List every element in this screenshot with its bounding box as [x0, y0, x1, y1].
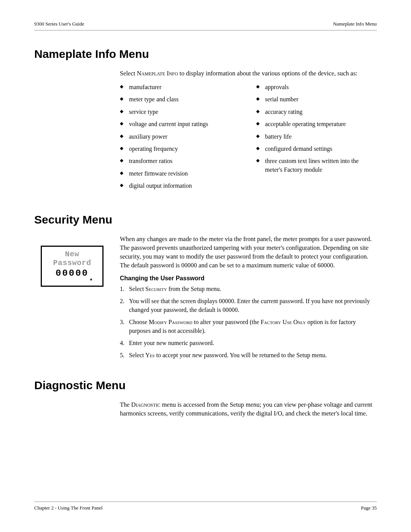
- step-item: Select Yes to accept your new password. …: [120, 351, 377, 359]
- list-item: manufacturer: [120, 83, 241, 91]
- list-item: battery life: [256, 133, 377, 141]
- page-header: 9300 Series User's Guide Nameplate Info …: [34, 21, 377, 30]
- footer-left: Chapter 2 - Using The Front Panel: [34, 505, 103, 511]
- nameplate-intro: Select Nameplate Info to display informa…: [120, 69, 377, 78]
- step-item: Choose Modify Password to alter your pas…: [120, 318, 377, 335]
- list-item: digital output information: [120, 182, 241, 190]
- step-item: Select Security from the Setup menu.: [120, 285, 377, 293]
- section-security: Security Menu When any changes are made …: [34, 213, 377, 360]
- subheading-change-password: Changing the User Password: [120, 275, 377, 282]
- list-item: approvals: [256, 83, 377, 91]
- list-item: accuracy rating: [256, 108, 377, 116]
- list-item: configured demand settings: [256, 145, 377, 153]
- list-item: operating frequency: [120, 145, 241, 153]
- list-item: acceptable operating temperature: [256, 120, 377, 128]
- password-steps: Select Security from the Setup menu. You…: [120, 285, 377, 360]
- section-nameplate: Nameplate Info Menu Select Nameplate Inf…: [34, 48, 377, 194]
- list-item: service type: [120, 108, 241, 116]
- step-item: Enter your new numeric password.: [120, 339, 377, 347]
- security-para: When any changes are made to the meter v…: [120, 235, 377, 270]
- step-item: You will see that the screen displays 00…: [120, 297, 377, 314]
- section-diagnostic: Diagnostic Menu The Diagnostic menu is a…: [34, 379, 377, 418]
- page-footer: Chapter 2 - Using The Front Panel Page 3…: [34, 502, 377, 511]
- footer-right: Page 35: [361, 505, 377, 511]
- list-item: transformer ratios: [120, 157, 241, 165]
- heading-security: Security Menu: [34, 213, 377, 226]
- list-item: meter firmware revision: [120, 169, 241, 178]
- list-item: three custom text lines written into the…: [256, 157, 377, 174]
- header-left: 9300 Series User's Guide: [34, 21, 84, 27]
- header-right: Nameplate Info Menu: [333, 21, 377, 27]
- document-page: 9300 Series User's Guide Nameplate Info …: [0, 0, 411, 532]
- list-item: serial number: [256, 95, 377, 104]
- list-item: meter type and class: [120, 95, 241, 104]
- nameplate-columns: manufacturer meter type and class servic…: [120, 83, 377, 194]
- diagnostic-para: The Diagnostic menu is accessed from the…: [120, 400, 377, 418]
- list-item: auxiliary power: [120, 133, 241, 141]
- list-item: voltage and current input ratings: [120, 120, 241, 128]
- heading-diagnostic: Diagnostic Menu: [34, 379, 377, 392]
- heading-nameplate: Nameplate Info Menu: [34, 48, 377, 61]
- nameplate-list-left: manufacturer meter type and class servic…: [120, 83, 241, 194]
- nameplate-list-right: approvals serial number accuracy rating …: [256, 83, 377, 194]
- lcd-display: New Password 00000 ▲: [41, 246, 104, 287]
- lcd-line-1: New Password: [44, 250, 100, 267]
